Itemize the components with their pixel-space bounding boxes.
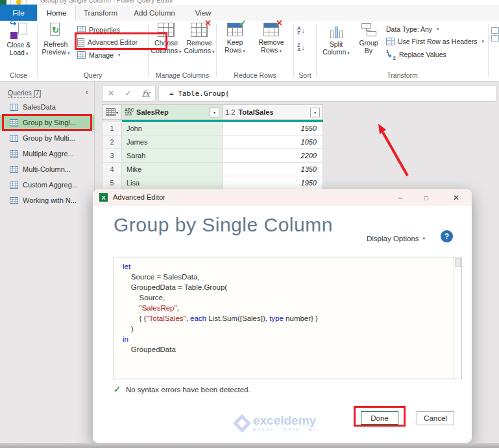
fx-icon[interactable]: fx — [142, 89, 150, 99]
formula-input[interactable]: = Table.Group( — [158, 85, 496, 102]
query-item[interactable]: Working with N... — [0, 193, 95, 208]
code-token: { { — [123, 314, 146, 322]
salesrep-cell[interactable]: James — [122, 136, 223, 149]
app-titlebar-fragment: Group by Single Column - Power Query Edi… — [0, 0, 499, 5]
properties-button[interactable]: Properties — [77, 24, 120, 36]
table-row: 4Mike1350 — [102, 163, 323, 176]
dropdown-caret-icon: ▾ — [347, 51, 350, 55]
query-item[interactable]: Group by Singl... — [0, 115, 95, 130]
advanced-editor-button[interactable]: Advanced Editor — [77, 36, 138, 48]
close-and-load-button[interactable]: ↪ Close & Load▾ — [2, 23, 36, 58]
minimize-button[interactable]: – — [394, 191, 407, 204]
code-token: "TotalSales" — [146, 314, 186, 322]
tab-file[interactable]: File — [0, 5, 37, 21]
salesrep-cell[interactable]: Mike — [122, 163, 223, 176]
window-title: Group by Single Column - Power Query Edi… — [40, 0, 173, 4]
remove-columns-button[interactable]: ✕ Remove Columns▾ — [182, 23, 216, 56]
dropdown-caret-icon: ▾ — [279, 49, 282, 53]
collapse-pane-icon[interactable]: ‹ — [86, 87, 88, 97]
close-button[interactable]: ✕ — [450, 191, 463, 204]
group-by-button[interactable]: Group By — [355, 23, 382, 54]
split-column-button[interactable]: Split Column▾ — [319, 23, 353, 57]
salesrep-cell[interactable]: Sarah — [122, 149, 223, 163]
filter-dropdown-icon[interactable]: ▾ — [310, 108, 320, 117]
column-header-salesrep[interactable]: ABC123 SalesRep ▾ — [122, 104, 223, 120]
tab-add-column[interactable]: Add Column — [125, 5, 184, 21]
refresh-preview-button[interactable]: ↻ Refresh Preview▾ — [40, 23, 71, 57]
totalsales-cell[interactable]: 1950 — [223, 176, 323, 190]
use-first-row-as-headers-button[interactable]: Use First Row as Headers▾ — [386, 36, 484, 47]
dropdown-caret-icon: ▾ — [212, 49, 215, 54]
totalsales-cell[interactable]: 1050 — [223, 136, 323, 149]
column-header-totalsales[interactable]: 1.2 TotalSales ▾ — [223, 104, 323, 120]
dropdown-caret-icon: ▾ — [67, 51, 70, 55]
totalsales-cell[interactable]: 2200 — [223, 149, 323, 163]
code-lines: let Source = SalesData, GroupedData = Ta… — [123, 261, 452, 355]
code-scrollbar[interactable] — [454, 257, 461, 379]
tab-transform[interactable]: Transform — [76, 5, 125, 21]
cancel-formula-icon[interactable]: ✕ — [108, 89, 114, 98]
table-icon — [106, 108, 116, 116]
query-item[interactable]: Multiple Aggre... — [0, 146, 95, 161]
grid-body: 1John15502James10503Sarah22004Mike13505L… — [102, 122, 323, 190]
group-label-reduce-rows: Reduce Rows — [217, 71, 293, 79]
refresh-preview-icon: ↻ — [50, 23, 62, 38]
table-icon — [10, 150, 18, 158]
code-token: ) — [123, 325, 134, 333]
row-number-cell[interactable]: 2 — [102, 136, 122, 149]
table-row: 5Lisa1950 — [102, 176, 323, 190]
dialog-titlebar[interactable]: X Advanced Editor – □ ✕ — [93, 189, 472, 206]
code-token: let — [123, 263, 130, 270]
remove-rows-button[interactable]: ✕ Remove Rows▾ — [254, 23, 288, 55]
window-bottom-edge — [0, 443, 499, 448]
row-number-cell[interactable]: 4 — [102, 163, 122, 176]
sort-descending-button[interactable]: ZA ↓ — [297, 41, 305, 53]
table-row: 2James1050 — [102, 136, 323, 149]
code-line: Source, — [123, 292, 452, 303]
code-token: each — [190, 314, 206, 322]
properties-icon — [77, 26, 86, 34]
tab-view[interactable]: View — [184, 5, 223, 21]
totalsales-cell[interactable]: 1550 — [223, 122, 323, 136]
query-item[interactable]: Custom Aggreg... — [0, 177, 95, 193]
code-line: Source = SalesData, — [123, 272, 452, 282]
table-row: 1John1550 — [102, 122, 323, 136]
m-code-editor[interactable]: let Source = SalesData, GroupedData = Ta… — [114, 257, 462, 379]
display-options-dropdown[interactable]: Display Options▾ — [367, 235, 425, 242]
salesrep-cell[interactable]: John — [122, 122, 223, 136]
commit-formula-icon[interactable]: ✓ — [125, 89, 131, 98]
code-token: GroupedData = Table.Group( — [123, 283, 227, 291]
row-number-cell[interactable]: 5 — [102, 176, 122, 190]
group-label-close: Close — [0, 71, 37, 79]
cutoff-ribbon-group — [491, 26, 499, 41]
row-number-cell[interactable]: 1 — [102, 122, 122, 136]
cancel-button[interactable]: Cancel — [417, 411, 454, 425]
tab-home[interactable]: Home — [37, 5, 76, 21]
sort-az-icon: AZ ↓ — [297, 26, 305, 35]
help-icon[interactable]: ? — [441, 230, 453, 242]
row-number-cell[interactable]: 3 — [102, 149, 122, 163]
sort-ascending-button[interactable]: AZ ↓ — [297, 25, 305, 36]
query-item[interactable]: Group by Multi... — [0, 130, 95, 146]
keep-rows-button[interactable]: ✓ Keep Rows▾ — [221, 23, 249, 55]
data-type-button[interactable]: Data Type: Any▾ — [386, 23, 439, 35]
filter-dropdown-icon[interactable]: ▾ — [210, 108, 219, 117]
query-item[interactable]: SalesData — [0, 99, 95, 115]
totalsales-cell[interactable]: 1350 — [223, 163, 323, 176]
query-item-label: Custom Aggreg... — [23, 181, 78, 189]
query-item-label: Group by Singl... — [23, 119, 76, 126]
replace-values-button[interactable]: 1 ↳ 2 Replace Values — [386, 49, 446, 60]
salesrep-cell[interactable]: Lisa — [122, 176, 223, 190]
select-all-corner[interactable]: ▾ — [102, 104, 122, 120]
code-line: "SalesRep", — [123, 303, 452, 313]
maximize-button[interactable]: □ — [420, 191, 433, 204]
query-item[interactable]: Multi-Column... — [0, 161, 95, 177]
formula-bar-controls: ✕ ✓ fx — [102, 85, 156, 102]
table-menu-caret-icon: ▾ — [116, 110, 118, 115]
group-label-query: Query — [38, 71, 148, 79]
manage-button[interactable]: Manage▾ — [77, 49, 120, 61]
choose-columns-button[interactable]: Choose Columns▾ — [151, 23, 182, 56]
dropdown-caret-icon: ▾ — [26, 51, 29, 56]
smiley-icon — [16, 0, 21, 5]
done-button[interactable]: Done — [361, 411, 398, 425]
